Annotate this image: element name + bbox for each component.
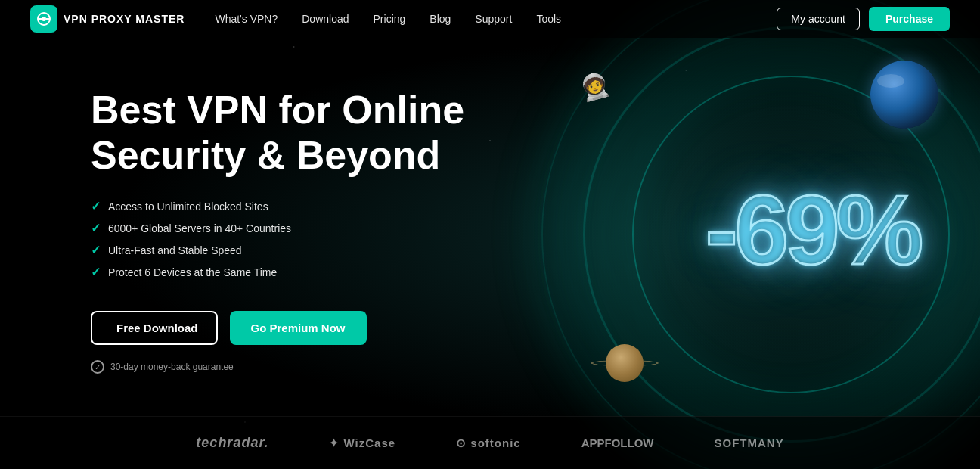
logo-icon bbox=[30, 5, 57, 33]
nav-download[interactable]: Download bbox=[302, 13, 349, 25]
hero-title: Best VPN for Online Security & Beyond bbox=[91, 88, 514, 179]
feature-item-1: ✓ Access to Unlimited Blocked Sites bbox=[91, 199, 980, 213]
hero-content: Best VPN for Online Security & Beyond ✓ … bbox=[0, 38, 980, 469]
purchase-button[interactable]: Purchase bbox=[869, 7, 950, 31]
navbar: VPN PROXY MASTER What's VPN? Download Pr… bbox=[0, 0, 980, 38]
nav-blog[interactable]: Blog bbox=[430, 13, 451, 25]
feature-item-2: ✓ 6000+ Global Servers in 40+ Countries bbox=[91, 221, 980, 235]
nav-links: What's VPN? Download Pricing Blog Suppor… bbox=[215, 13, 777, 25]
partner-appfollow: APPFOLLOW bbox=[581, 436, 654, 449]
my-account-button[interactable]: My account bbox=[777, 8, 860, 30]
check-icon-1: ✓ bbox=[91, 199, 101, 213]
logo[interactable]: VPN PROXY MASTER bbox=[30, 5, 185, 33]
go-premium-button[interactable]: Go Premium Now bbox=[230, 311, 367, 345]
hero-features-list: ✓ Access to Unlimited Blocked Sites ✓ 60… bbox=[91, 199, 980, 287]
partner-wizcase: ✦ WizCase bbox=[329, 436, 395, 450]
logo-text: VPN PROXY MASTER bbox=[64, 13, 185, 25]
partner-softmany: SOFTMANY bbox=[714, 436, 783, 449]
feature-item-3: ✓ Ultra-Fast and Stable Speed bbox=[91, 243, 980, 257]
check-icon-4: ✓ bbox=[91, 265, 101, 279]
svg-point-1 bbox=[42, 17, 46, 21]
shield-icon: ✓ bbox=[91, 360, 104, 374]
hero-buttons: Free Download Go Premium Now bbox=[91, 311, 980, 345]
check-icon-3: ✓ bbox=[91, 243, 101, 257]
partners-bar: techradar. ✦ WizCase ⊙ softonic APPFOLLO… bbox=[0, 416, 980, 469]
hero-title-line1: Best VPN for Online bbox=[91, 88, 464, 132]
check-icon-2: ✓ bbox=[91, 221, 101, 235]
nav-whats-vpn[interactable]: What's VPN? bbox=[215, 13, 278, 25]
partner-techradar: techradar. bbox=[196, 435, 268, 451]
free-download-button[interactable]: Free Download bbox=[91, 311, 218, 345]
money-back-guarantee: ✓ 30-day money-back guarantee bbox=[91, 360, 980, 374]
partner-softonic: ⊙ softonic bbox=[456, 436, 521, 450]
nav-actions: My account Purchase bbox=[777, 7, 950, 31]
nav-pricing[interactable]: Pricing bbox=[374, 13, 406, 25]
hero-title-line2: Security & Beyond bbox=[91, 133, 440, 177]
nav-support[interactable]: Support bbox=[475, 13, 512, 25]
feature-item-4: ✓ Protect 6 Devices at the Same Time bbox=[91, 265, 980, 279]
nav-tools[interactable]: Tools bbox=[536, 13, 561, 25]
